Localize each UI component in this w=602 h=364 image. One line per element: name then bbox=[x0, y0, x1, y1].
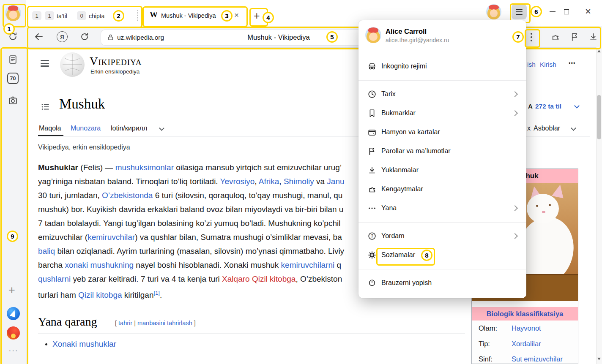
scroll-up-icon[interactable] bbox=[597, 50, 601, 52]
menu-divider bbox=[358, 53, 526, 53]
taxobox-row-label: Sinf: bbox=[479, 355, 493, 363]
tools-menu[interactable]: Asboblar bbox=[534, 125, 560, 132]
taxobox-row-value[interactable]: Sut emizuvchilar bbox=[512, 355, 563, 363]
downloads-toolbar-icon[interactable] bbox=[588, 32, 598, 42]
browser-menu: Alice Carroll alice.the.girl@yandex.ru I… bbox=[358, 20, 526, 298]
article-line: turlari ham Qizil kitobga kiritilgan[1]. bbox=[38, 286, 162, 300]
tab-group-chipta-label[interactable]: chipta bbox=[89, 13, 104, 19]
scroll-down-icon[interactable] bbox=[597, 358, 601, 360]
tab-group-badge[interactable]: 1 bbox=[32, 11, 41, 20]
menu-divider bbox=[358, 80, 526, 81]
menu-bar-shape bbox=[516, 11, 523, 12]
menu-item-history[interactable]: Tarix bbox=[358, 85, 526, 103]
feed-icon[interactable] bbox=[8, 54, 18, 65]
power-icon bbox=[367, 278, 377, 288]
signup-link-tail[interactable]: ish bbox=[527, 61, 536, 68]
tab-close-icon[interactable]: × bbox=[234, 11, 239, 20]
section-edit-links[interactable]: [ tahrir | manbasini tahrirlash ] bbox=[115, 320, 196, 326]
menu-item-wallet[interactable]: Hamyon va kartalar bbox=[358, 123, 526, 141]
menu-item-passwords[interactable]: Parollar va ma’lumotlar bbox=[358, 142, 526, 160]
window-close-icon[interactable]: × bbox=[585, 5, 591, 17]
see-also-link[interactable]: Xonaki mushuklar bbox=[52, 340, 116, 349]
menu-item-settings[interactable]: Sozlamalar bbox=[358, 246, 526, 264]
profile-avatar[interactable] bbox=[5, 5, 21, 21]
scrollbar-thumb[interactable] bbox=[597, 95, 601, 139]
wiki-menu-icon[interactable] bbox=[41, 60, 49, 67]
section-divider bbox=[38, 334, 465, 334]
annotation-3: 3 bbox=[221, 10, 233, 22]
browser-window: 70 + ··· 1 1 ta’til 0 chipta W Mushuk - … bbox=[0, 0, 602, 364]
history-clock-icon bbox=[367, 89, 377, 99]
add-panel-icon[interactable]: + bbox=[8, 285, 15, 296]
annotation-7: 7 bbox=[512, 31, 524, 43]
yandex-start-icon[interactable] bbox=[7, 326, 20, 340]
start-dot-shape bbox=[11, 334, 16, 338]
active-tab-title[interactable]: Mushuk - Vikipediya bbox=[161, 12, 216, 19]
chevron-right-icon bbox=[512, 233, 518, 239]
maximize-icon[interactable] bbox=[564, 9, 569, 14]
incognito-icon bbox=[367, 61, 377, 71]
avatar-face bbox=[490, 9, 498, 17]
page-title: Mushuk bbox=[59, 96, 105, 112]
variant-selector[interactable]: lotin/кирилл bbox=[111, 125, 147, 132]
account-email: alice.the.girl@yandex.ru bbox=[386, 37, 449, 43]
avatar-cap bbox=[368, 27, 378, 33]
menu-bar-shape bbox=[41, 65, 49, 66]
titlebar-avatar[interactable] bbox=[486, 4, 501, 19]
tab-maqola[interactable]: Maqola bbox=[39, 125, 61, 132]
lang-icon-tail: A bbox=[528, 103, 533, 110]
protect-passwords-icon[interactable] bbox=[570, 32, 580, 42]
tab-group-tatil-badge[interactable]: 1 bbox=[45, 11, 54, 20]
wiki-more-icon[interactable]: ••• bbox=[569, 60, 576, 66]
sidebar-more-icon[interactable]: ··· bbox=[8, 345, 18, 355]
language-selector[interactable]: 272 ta til bbox=[535, 103, 561, 110]
taxobox-row-value[interactable]: Hayvonot bbox=[512, 324, 541, 332]
new-tab-icon[interactable]: + bbox=[254, 10, 260, 22]
menu-item-extensions[interactable]: Kengaytmalar bbox=[358, 180, 526, 198]
login-link[interactable]: Kirish bbox=[540, 61, 556, 68]
downloads-icon bbox=[367, 165, 377, 175]
menu-item-bookmarks[interactable]: Bukmarklar bbox=[358, 104, 526, 122]
menu-divider bbox=[358, 269, 526, 269]
kebab-menu-icon[interactable] bbox=[527, 30, 536, 44]
menu-divider bbox=[358, 222, 526, 223]
back-icon[interactable] bbox=[34, 32, 44, 42]
screenshot-icon[interactable] bbox=[8, 95, 18, 106]
tab-munozara[interactable]: Munozara bbox=[71, 125, 101, 132]
reload-icon[interactable] bbox=[79, 32, 90, 42]
section-heading: Yana qarang bbox=[38, 315, 97, 329]
menu-bar-shape bbox=[516, 9, 523, 10]
yandex-home-icon[interactable]: Я bbox=[57, 31, 68, 42]
avatar-face bbox=[9, 11, 17, 19]
menu-item-help[interactable]: ? Yordam bbox=[358, 227, 526, 245]
tabs-counter[interactable]: 70 bbox=[7, 73, 19, 84]
wikipedia-logo[interactable] bbox=[60, 52, 85, 77]
yandex-browser-icon[interactable] bbox=[7, 307, 20, 320]
menu-item-label: Kengaytmalar bbox=[381, 185, 423, 193]
menu-avatar bbox=[365, 27, 381, 43]
menu-item-label: Yordam bbox=[381, 232, 405, 240]
wiki-brand[interactable]: Vikipediya bbox=[90, 55, 142, 68]
taxobox-row-value[interactable]: Xordalilar bbox=[512, 340, 541, 348]
cat-eye-shape bbox=[549, 204, 551, 206]
menu-item-label: Tarix bbox=[381, 90, 396, 98]
menu-bar-shape bbox=[41, 63, 49, 64]
menu-item-downloads[interactable]: Yuklanmalar bbox=[358, 161, 526, 179]
extensions-toolbar-icon[interactable] bbox=[550, 32, 560, 42]
contents-icon[interactable] bbox=[41, 102, 50, 111]
browser-sail-shape bbox=[10, 309, 17, 318]
browser-menu-button[interactable] bbox=[512, 4, 527, 19]
article-line: 7 tadan bolalaydi. Yangi tug’ilgan bolas… bbox=[38, 216, 340, 230]
avatar-cap bbox=[8, 5, 18, 11]
taxobox-classification-header: Biologik klassifikatsiya bbox=[472, 307, 578, 321]
menu-item-quit[interactable]: Brauzerni yopish bbox=[358, 274, 526, 292]
minimize-icon[interactable] bbox=[550, 11, 555, 12]
account-name[interactable]: Alice Carroll bbox=[386, 27, 427, 35]
annotation-2: 2 bbox=[113, 10, 124, 22]
tab-group-chipta-badge[interactable]: 0 bbox=[77, 11, 86, 20]
menu-item-more[interactable]: Yana bbox=[358, 199, 526, 217]
tab-group-tatil-label[interactable]: ta’til bbox=[57, 13, 67, 19]
annotation-4: 4 bbox=[263, 12, 274, 23]
menu-item-incognito[interactable]: Inkognito rejimi bbox=[358, 57, 526, 76]
menu-item-label: Sozlamalar bbox=[381, 251, 415, 259]
